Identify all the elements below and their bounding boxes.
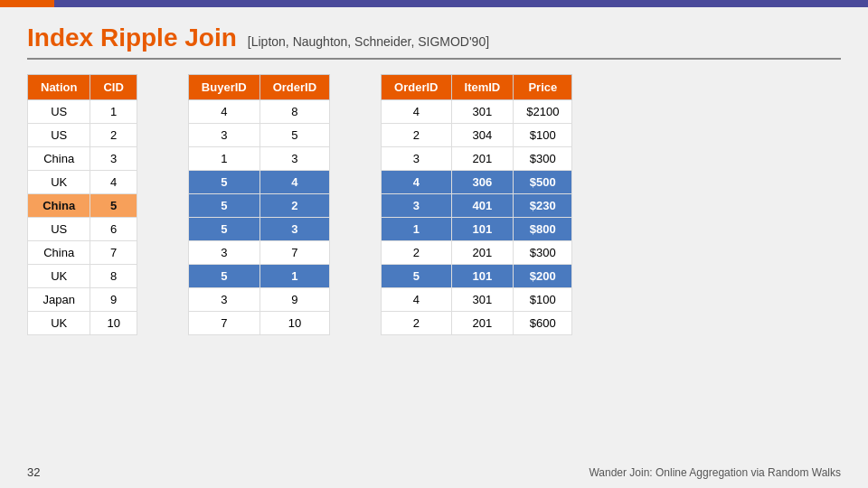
table-row: 2201$600 (382, 312, 572, 335)
price-cell: $300 (514, 147, 572, 171)
buyer-cell: 5 (188, 171, 259, 194)
price-cell: $230 (514, 194, 572, 218)
main-content: Index Ripple Join [Lipton, Naughton, Sch… (0, 7, 868, 344)
table-row: China7 (28, 241, 137, 265)
table-row: 3201$300 (382, 147, 572, 171)
order-cell: 2 (259, 194, 329, 218)
nation-cell: China (28, 147, 90, 171)
nation-cell: Japan (28, 288, 90, 312)
price-cell: $500 (514, 171, 572, 194)
buyer-cell: 3 (188, 241, 259, 265)
table-row: Japan9 (28, 288, 137, 312)
table-row: 35 (188, 124, 329, 147)
page-citation: [Lipton, Naughton, Schneider, SIGMOD'90] (248, 34, 489, 49)
table-row: 2304$100 (382, 124, 572, 147)
price-cell: $300 (514, 241, 572, 265)
order-table: OrderID ItemID Price 4301$21002304$10032… (381, 74, 572, 335)
order-cell: 4 (259, 171, 329, 194)
itemid-cell: 201 (451, 241, 514, 265)
cid-cell: 10 (90, 312, 137, 335)
table-row: 5101$200 (382, 265, 572, 288)
nation-table: Nation CID US1US2China3UK4China5US6China… (27, 74, 137, 335)
table-row: US2 (28, 124, 137, 147)
orderid-col-header: OrderID (259, 75, 329, 100)
itemid-cell: 301 (451, 100, 514, 124)
tables-container: Nation CID US1US2China3UK4China5US6China… (27, 74, 841, 335)
table-row: 2201$300 (382, 241, 572, 265)
top-bar (0, 0, 868, 7)
order-cell: 9 (259, 288, 329, 312)
buyer-cell: 3 (188, 124, 259, 147)
cid-cell: 5 (90, 194, 137, 218)
price-col-header: Price (514, 75, 572, 100)
table-row: 4301$2100 (382, 100, 572, 124)
title-row: Index Ripple Join [Lipton, Naughton, Sch… (27, 23, 841, 52)
order-cell: 10 (259, 312, 329, 335)
nation-cell: US (28, 100, 90, 124)
itemid-cell: 301 (451, 288, 514, 312)
table-row: 53 (188, 218, 329, 241)
price-cell: $2100 (514, 100, 572, 124)
orderid-cell: 2 (382, 312, 451, 335)
buyer-cell: 5 (188, 265, 259, 288)
divider (27, 58, 841, 60)
table-row: 39 (188, 288, 329, 312)
table-row: 54 (188, 171, 329, 194)
itemid-cell: 101 (451, 218, 514, 241)
buyer-cell: 5 (188, 194, 259, 218)
table-row: China3 (28, 147, 137, 171)
order-cell: 3 (259, 147, 329, 171)
buyer-cell: 4 (188, 100, 259, 124)
table-row: 710 (188, 312, 329, 335)
orderid-cell: 4 (382, 171, 451, 194)
order-cell: 5 (259, 124, 329, 147)
orderid-cell: 3 (382, 147, 451, 171)
buyer-cell: 3 (188, 288, 259, 312)
nation-cell: UK (28, 265, 90, 288)
buyer-table: BuyerID OrderID 483513545253375139710 (188, 74, 330, 335)
orderid-cell: 5 (382, 265, 451, 288)
orderid-cell: 2 (382, 124, 451, 147)
orderid-cell: 2 (382, 241, 451, 265)
page-number: 32 (27, 465, 40, 479)
table-row: 13 (188, 147, 329, 171)
nation-cell: UK (28, 171, 90, 194)
nation-cell: China (28, 194, 90, 218)
itemid-col-header: ItemID (451, 75, 514, 100)
table-row: 51 (188, 265, 329, 288)
table-row: 3401$230 (382, 194, 572, 218)
price-cell: $800 (514, 218, 572, 241)
itemid-cell: 401 (451, 194, 514, 218)
table-row: 37 (188, 241, 329, 265)
itemid-cell: 201 (451, 147, 514, 171)
cid-cell: 6 (90, 218, 137, 241)
table-row: 1101$800 (382, 218, 572, 241)
table-row: 52 (188, 194, 329, 218)
buyer-cell: 1 (188, 147, 259, 171)
nation-col-header: Nation (28, 75, 90, 100)
price-cell: $600 (514, 312, 572, 335)
price-cell: $100 (514, 124, 572, 147)
cid-col-header: CID (90, 75, 137, 100)
order-cell: 8 (259, 100, 329, 124)
cid-cell: 9 (90, 288, 137, 312)
nation-cell: US (28, 124, 90, 147)
buyer-cell: 7 (188, 312, 259, 335)
table-row: UK10 (28, 312, 137, 335)
page-title: Index Ripple Join (27, 23, 237, 52)
cid-cell: 1 (90, 100, 137, 124)
orderid-cell: 4 (382, 288, 451, 312)
table-row: 4301$100 (382, 288, 572, 312)
table-row: 48 (188, 100, 329, 124)
table-row: US1 (28, 100, 137, 124)
orderid-cell: 4 (382, 100, 451, 124)
itemid-cell: 201 (451, 312, 514, 335)
order-cell: 1 (259, 265, 329, 288)
nation-cell: UK (28, 312, 90, 335)
table-row: UK4 (28, 171, 137, 194)
accent-bar (0, 0, 54, 7)
price-cell: $200 (514, 265, 572, 288)
table-row: UK8 (28, 265, 137, 288)
nation-cell: US (28, 218, 90, 241)
cid-cell: 3 (90, 147, 137, 171)
